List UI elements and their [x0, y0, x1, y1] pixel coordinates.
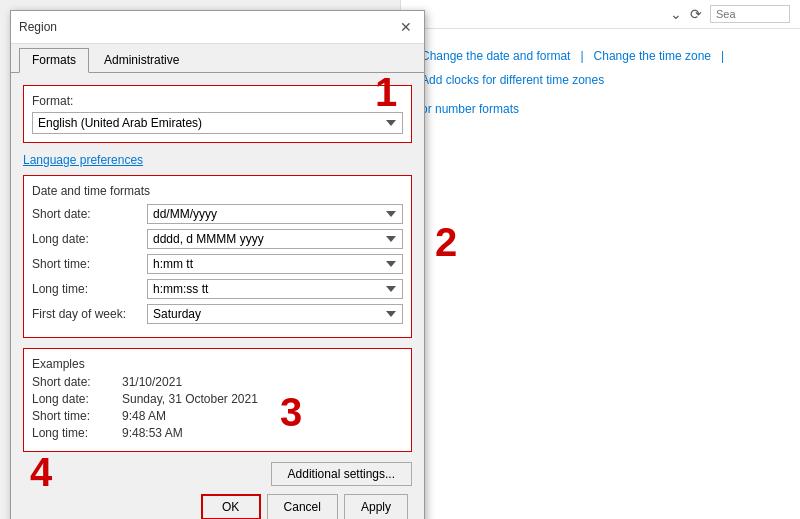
example-short-time-row: Short time: 9:48 AM [32, 409, 403, 423]
background-panel: ⌄ ⟳ Change the date and format | Change … [400, 0, 800, 519]
example-long-date-value: Sunday, 31 October 2021 [122, 392, 258, 406]
language-preferences-link[interactable]: Language preferences [23, 153, 143, 167]
region-dialog: Region ✕ Formats Administrative Format: … [10, 10, 425, 519]
short-date-row: Short date: dd/MM/yyyy [32, 204, 403, 224]
format-select[interactable]: English (United Arab Emirates) [32, 112, 403, 134]
dialog-titlebar: Region ✕ [11, 11, 424, 44]
short-date-select[interactable]: dd/MM/yyyy [147, 204, 403, 224]
example-short-time-label: Short time: [32, 409, 122, 423]
link-separator-1: | [580, 49, 583, 63]
long-date-row: Long date: dddd, d MMMM yyyy [32, 229, 403, 249]
link-separator-2: | [721, 49, 724, 63]
change-timezone-link[interactable]: Change the time zone [594, 49, 711, 63]
long-time-row: Long time: h:mm:ss tt [32, 279, 403, 299]
background-links: Change the date and format | Change the … [421, 49, 780, 87]
example-long-time-label: Long time: [32, 426, 122, 440]
long-time-select[interactable]: h:mm:ss tt [147, 279, 403, 299]
example-short-date-row: Short date: 31/10/2021 [32, 375, 403, 389]
search-input[interactable] [710, 5, 790, 23]
ok-button[interactable]: OK [201, 494, 261, 519]
example-long-time-value: 9:48:53 AM [122, 426, 183, 440]
long-time-label: Long time: [32, 282, 147, 296]
number-formats-link[interactable]: or number formats [421, 102, 780, 116]
cancel-button[interactable]: Cancel [267, 494, 338, 519]
first-day-label: First day of week: [32, 307, 147, 321]
background-content: Change the date and format | Change the … [401, 29, 800, 136]
additional-settings-button[interactable]: Additional settings... [271, 462, 412, 486]
first-day-row: First day of week: Saturday [32, 304, 403, 324]
long-date-select[interactable]: dddd, d MMMM yyyy [147, 229, 403, 249]
example-long-date-label: Long date: [32, 392, 122, 406]
additional-settings-container: Additional settings... [23, 462, 412, 486]
long-date-label: Long date: [32, 232, 147, 246]
example-short-date-value: 31/10/2021 [122, 375, 182, 389]
apply-button[interactable]: Apply [344, 494, 408, 519]
refresh-icon[interactable]: ⟳ [690, 6, 702, 22]
dialog-body: Format: English (United Arab Emirates) L… [11, 73, 424, 519]
short-time-row: Short time: h:mm tt [32, 254, 403, 274]
short-date-label: Short date: [32, 207, 147, 221]
example-short-time-value: 9:48 AM [122, 409, 166, 423]
dialog-tabs: Formats Administrative [11, 44, 424, 73]
tab-administrative[interactable]: Administrative [91, 48, 192, 72]
example-long-time-row: Long time: 9:48:53 AM [32, 426, 403, 440]
example-short-date-label: Short date: [32, 375, 122, 389]
first-day-select[interactable]: Saturday [147, 304, 403, 324]
close-button[interactable]: ✕ [396, 17, 416, 37]
example-long-date-row: Long date: Sunday, 31 October 2021 [32, 392, 403, 406]
top-bar: ⌄ ⟳ [401, 0, 800, 29]
examples-title: Examples [32, 357, 403, 371]
dialog-title: Region [19, 20, 57, 34]
format-label: Format: [32, 94, 403, 108]
short-time-select[interactable]: h:mm tt [147, 254, 403, 274]
datetime-section: Date and time formats Short date: dd/MM/… [23, 175, 412, 338]
format-section: Format: English (United Arab Emirates) [23, 85, 412, 143]
tab-formats[interactable]: Formats [19, 48, 89, 73]
short-time-label: Short time: [32, 257, 147, 271]
dropdown-icon[interactable]: ⌄ [670, 6, 682, 22]
dialog-action-buttons: OK Cancel Apply [23, 494, 412, 519]
datetime-title: Date and time formats [32, 184, 403, 198]
change-date-link[interactable]: Change the date and format [421, 49, 570, 63]
add-clocks-link[interactable]: Add clocks for different time zones [421, 73, 604, 87]
examples-section: Examples Short date: 31/10/2021 Long dat… [23, 348, 412, 452]
